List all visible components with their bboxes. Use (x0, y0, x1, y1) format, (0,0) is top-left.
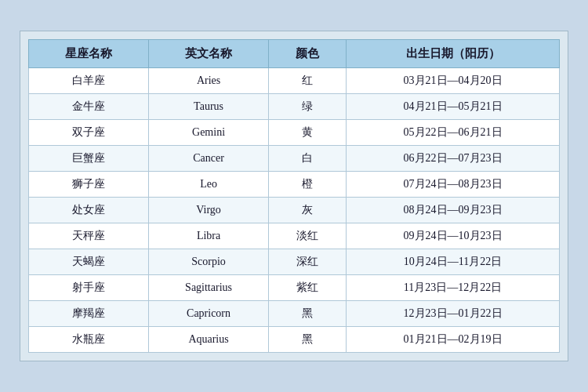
table-row: 摩羯座Capricorn黑12月23日—01月22日 (29, 301, 560, 327)
cell-5-1: Virgo (149, 198, 269, 223)
table-row: 狮子座Leo橙07月24日—08月23日 (29, 172, 560, 198)
cell-5-0: 处女座 (29, 198, 149, 223)
cell-9-1: Capricorn (149, 301, 269, 327)
header-col-1: 英文名称 (149, 40, 269, 68)
cell-1-1: Taurus (149, 94, 269, 120)
cell-3-3: 06月22日—07月23日 (347, 146, 560, 172)
cell-1-2: 绿 (269, 94, 347, 120)
table-header: 星座名称英文名称颜色出生日期（阳历） (29, 40, 560, 68)
cell-2-2: 黄 (269, 120, 347, 146)
header-col-2: 颜色 (269, 40, 347, 68)
cell-2-0: 双子座 (29, 120, 149, 146)
cell-4-3: 07月24日—08月23日 (347, 172, 560, 198)
cell-1-3: 04月21日—05月21日 (347, 94, 560, 120)
cell-10-0: 水瓶座 (29, 327, 149, 353)
cell-0-2: 红 (269, 68, 347, 94)
cell-6-0: 天秤座 (29, 223, 149, 249)
cell-7-2: 深红 (269, 249, 347, 275)
cell-0-1: Aries (149, 68, 269, 94)
cell-6-2: 淡红 (269, 223, 347, 249)
cell-0-3: 03月21日—04月20日 (347, 68, 560, 94)
cell-3-1: Cancer (149, 146, 269, 172)
cell-8-0: 射手座 (29, 275, 149, 301)
table-row: 水瓶座Aquarius黑01月21日—02月19日 (29, 327, 560, 353)
table-row: 射手座Sagittarius紫红11月23日—12月22日 (29, 275, 560, 301)
zodiac-table-container: 星座名称英文名称颜色出生日期（阳历） 白羊座Aries红03月21日—04月20… (20, 31, 568, 361)
cell-7-1: Scorpio (149, 249, 269, 275)
cell-3-0: 巨蟹座 (29, 146, 149, 172)
cell-4-1: Leo (149, 172, 269, 198)
cell-7-0: 天蝎座 (29, 249, 149, 275)
zodiac-table: 星座名称英文名称颜色出生日期（阳历） 白羊座Aries红03月21日—04月20… (28, 39, 560, 353)
cell-9-0: 摩羯座 (29, 301, 149, 327)
cell-10-3: 01月21日—02月19日 (347, 327, 560, 353)
cell-4-0: 狮子座 (29, 172, 149, 198)
table-row: 双子座Gemini黄05月22日—06月21日 (29, 120, 560, 146)
table-body: 白羊座Aries红03月21日—04月20日金牛座Taurus绿04月21日—0… (29, 68, 560, 353)
cell-4-2: 橙 (269, 172, 347, 198)
cell-3-2: 白 (269, 146, 347, 172)
table-row: 金牛座Taurus绿04月21日—05月21日 (29, 94, 560, 120)
header-row: 星座名称英文名称颜色出生日期（阳历） (29, 40, 560, 68)
cell-0-0: 白羊座 (29, 68, 149, 94)
cell-1-0: 金牛座 (29, 94, 149, 120)
table-row: 巨蟹座Cancer白06月22日—07月23日 (29, 146, 560, 172)
cell-2-3: 05月22日—06月21日 (347, 120, 560, 146)
cell-6-1: Libra (149, 223, 269, 249)
table-row: 天蝎座Scorpio深红10月24日—11月22日 (29, 249, 560, 275)
cell-8-2: 紫红 (269, 275, 347, 301)
table-row: 处女座Virgo灰08月24日—09月23日 (29, 198, 560, 223)
cell-7-3: 10月24日—11月22日 (347, 249, 560, 275)
cell-8-1: Sagittarius (149, 275, 269, 301)
cell-6-3: 09月24日—10月23日 (347, 223, 560, 249)
table-row: 天秤座Libra淡红09月24日—10月23日 (29, 223, 560, 249)
cell-10-1: Aquarius (149, 327, 269, 353)
cell-2-1: Gemini (149, 120, 269, 146)
cell-5-3: 08月24日—09月23日 (347, 198, 560, 223)
header-col-0: 星座名称 (29, 40, 149, 68)
cell-8-3: 11月23日—12月22日 (347, 275, 560, 301)
header-col-3: 出生日期（阳历） (347, 40, 560, 68)
cell-5-2: 灰 (269, 198, 347, 223)
table-row: 白羊座Aries红03月21日—04月20日 (29, 68, 560, 94)
cell-9-3: 12月23日—01月22日 (347, 301, 560, 327)
cell-9-2: 黑 (269, 301, 347, 327)
cell-10-2: 黑 (269, 327, 347, 353)
